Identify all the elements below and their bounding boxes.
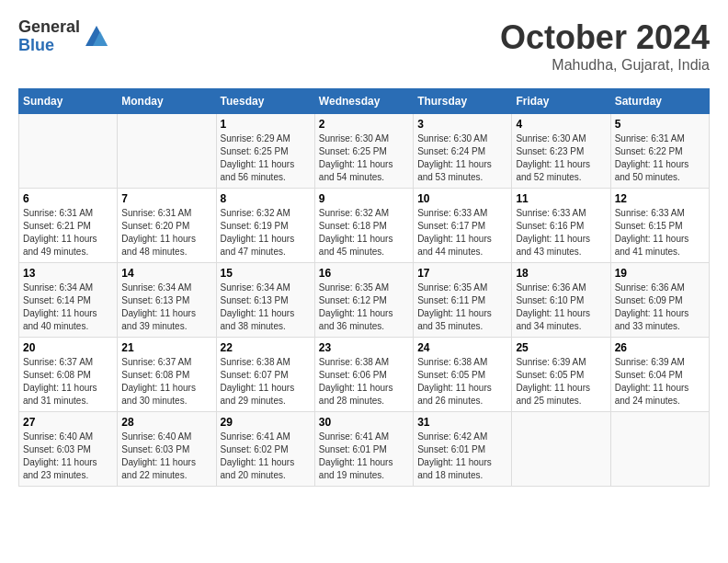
calendar-cell: 2Sunrise: 6:30 AMSunset: 6:25 PMDaylight…	[314, 114, 413, 189]
calendar-cell: 28Sunrise: 6:40 AMSunset: 6:03 PMDayligh…	[118, 412, 216, 487]
day-info: Sunrise: 6:38 AMSunset: 6:07 PMDaylight:…	[221, 356, 311, 408]
day-info: Sunrise: 6:42 AMSunset: 6:01 PMDaylight:…	[417, 431, 507, 482]
day-info: Sunrise: 6:41 AMSunset: 6:01 PMDaylight:…	[319, 431, 409, 482]
calendar-cell: 26Sunrise: 6:39 AMSunset: 6:04 PMDayligh…	[610, 338, 709, 412]
calendar-cell: 3Sunrise: 6:30 AMSunset: 6:24 PMDaylight…	[414, 114, 512, 189]
calendar-cell: 21Sunrise: 6:37 AMSunset: 6:08 PMDayligh…	[118, 338, 216, 412]
page-header: General Blue October 2024 Mahudha, Gujar…	[18, 18, 710, 74]
day-info: Sunrise: 6:30 AMSunset: 6:24 PMDaylight:…	[417, 132, 507, 184]
day-number: 28	[121, 416, 211, 429]
day-number: 30	[319, 416, 409, 429]
day-number: 12	[615, 192, 705, 205]
day-info: Sunrise: 6:34 AMSunset: 6:13 PMDaylight:…	[221, 282, 311, 333]
day-number: 17	[417, 267, 507, 280]
calendar-cell: 1Sunrise: 6:29 AMSunset: 6:25 PMDaylight…	[216, 114, 314, 189]
day-info: Sunrise: 6:39 AMSunset: 6:04 PMDaylight:…	[615, 356, 705, 408]
day-info: Sunrise: 6:36 AMSunset: 6:09 PMDaylight:…	[615, 282, 705, 333]
day-info: Sunrise: 6:33 AMSunset: 6:15 PMDaylight:…	[615, 207, 705, 259]
day-number: 11	[516, 192, 606, 205]
day-info: Sunrise: 6:37 AMSunset: 6:08 PMDaylight:…	[23, 356, 113, 408]
day-number: 23	[319, 341, 409, 354]
day-number: 19	[615, 267, 705, 280]
calendar-cell: 16Sunrise: 6:35 AMSunset: 6:12 PMDayligh…	[314, 263, 413, 338]
calendar-cell: 11Sunrise: 6:33 AMSunset: 6:16 PMDayligh…	[512, 189, 610, 263]
logo-general-text: General	[18, 18, 80, 37]
calendar-cell	[512, 412, 610, 487]
calendar-cell: 24Sunrise: 6:38 AMSunset: 6:05 PMDayligh…	[414, 338, 512, 412]
weekday-header-tuesday: Tuesday	[216, 89, 314, 114]
weekday-header-saturday: Saturday	[610, 89, 709, 114]
calendar-cell: 31Sunrise: 6:42 AMSunset: 6:01 PMDayligh…	[414, 412, 512, 487]
calendar-cell: 12Sunrise: 6:33 AMSunset: 6:15 PMDayligh…	[610, 189, 709, 263]
calendar-cell: 9Sunrise: 6:32 AMSunset: 6:18 PMDaylight…	[314, 189, 413, 263]
day-number: 7	[121, 192, 211, 205]
day-info: Sunrise: 6:41 AMSunset: 6:02 PMDaylight:…	[221, 431, 311, 482]
calendar-cell: 29Sunrise: 6:41 AMSunset: 6:02 PMDayligh…	[216, 412, 314, 487]
calendar-cell: 23Sunrise: 6:38 AMSunset: 6:06 PMDayligh…	[314, 338, 413, 412]
calendar-cell	[118, 114, 216, 189]
calendar-cell: 10Sunrise: 6:33 AMSunset: 6:17 PMDayligh…	[414, 189, 512, 263]
day-number: 22	[221, 341, 311, 354]
day-number: 2	[319, 118, 409, 131]
calendar-cell: 19Sunrise: 6:36 AMSunset: 6:09 PMDayligh…	[610, 263, 709, 338]
day-number: 20	[23, 341, 113, 354]
day-number: 15	[221, 267, 311, 280]
day-info: Sunrise: 6:38 AMSunset: 6:05 PMDaylight:…	[417, 356, 507, 408]
weekday-header-monday: Monday	[118, 89, 216, 114]
day-info: Sunrise: 6:32 AMSunset: 6:18 PMDaylight:…	[319, 207, 409, 259]
calendar-cell: 22Sunrise: 6:38 AMSunset: 6:07 PMDayligh…	[216, 338, 314, 412]
day-info: Sunrise: 6:37 AMSunset: 6:08 PMDaylight:…	[121, 356, 211, 408]
day-info: Sunrise: 6:31 AMSunset: 6:22 PMDaylight:…	[615, 132, 705, 184]
day-number: 6	[23, 192, 113, 205]
calendar-cell: 7Sunrise: 6:31 AMSunset: 6:20 PMDaylight…	[118, 189, 216, 263]
logo-icon	[84, 24, 109, 50]
day-info: Sunrise: 6:30 AMSunset: 6:25 PMDaylight:…	[319, 132, 409, 184]
day-info: Sunrise: 6:39 AMSunset: 6:05 PMDaylight:…	[516, 356, 606, 408]
calendar-cell: 14Sunrise: 6:34 AMSunset: 6:13 PMDayligh…	[118, 263, 216, 338]
calendar-cell: 20Sunrise: 6:37 AMSunset: 6:08 PMDayligh…	[19, 338, 118, 412]
day-info: Sunrise: 6:33 AMSunset: 6:16 PMDaylight:…	[516, 207, 606, 259]
day-info: Sunrise: 6:40 AMSunset: 6:03 PMDaylight:…	[121, 431, 211, 482]
calendar-cell: 8Sunrise: 6:32 AMSunset: 6:19 PMDaylight…	[216, 189, 314, 263]
calendar-cell: 27Sunrise: 6:40 AMSunset: 6:03 PMDayligh…	[19, 412, 118, 487]
day-info: Sunrise: 6:31 AMSunset: 6:21 PMDaylight:…	[23, 207, 113, 259]
logo: General Blue	[18, 18, 109, 55]
day-info: Sunrise: 6:38 AMSunset: 6:06 PMDaylight:…	[319, 356, 409, 408]
weekday-header-thursday: Thursday	[414, 89, 512, 114]
calendar-cell: 4Sunrise: 6:30 AMSunset: 6:23 PMDaylight…	[512, 114, 610, 189]
day-number: 31	[417, 416, 507, 429]
day-info: Sunrise: 6:31 AMSunset: 6:20 PMDaylight:…	[121, 207, 211, 259]
day-number: 8	[221, 192, 311, 205]
day-info: Sunrise: 6:36 AMSunset: 6:10 PMDaylight:…	[516, 282, 606, 333]
calendar-week-5: 27Sunrise: 6:40 AMSunset: 6:03 PMDayligh…	[19, 412, 710, 487]
day-number: 26	[615, 341, 705, 354]
month-title: October 2024	[500, 18, 710, 57]
day-number: 29	[221, 416, 311, 429]
calendar-cell: 6Sunrise: 6:31 AMSunset: 6:21 PMDaylight…	[19, 189, 118, 263]
day-number: 16	[319, 267, 409, 280]
calendar-header: SundayMondayTuesdayWednesdayThursdayFrid…	[19, 89, 710, 114]
calendar-cell: 30Sunrise: 6:41 AMSunset: 6:01 PMDayligh…	[314, 412, 413, 487]
day-number: 27	[23, 416, 113, 429]
day-info: Sunrise: 6:40 AMSunset: 6:03 PMDaylight:…	[23, 431, 113, 482]
day-info: Sunrise: 6:29 AMSunset: 6:25 PMDaylight:…	[221, 132, 311, 184]
weekday-header-sunday: Sunday	[19, 89, 118, 114]
day-number: 10	[417, 192, 507, 205]
location-title: Mahudha, Gujarat, India	[500, 57, 710, 74]
calendar-week-2: 6Sunrise: 6:31 AMSunset: 6:21 PMDaylight…	[19, 189, 710, 263]
day-number: 1	[221, 118, 311, 131]
day-info: Sunrise: 6:30 AMSunset: 6:23 PMDaylight:…	[516, 132, 606, 184]
calendar-cell: 17Sunrise: 6:35 AMSunset: 6:11 PMDayligh…	[414, 263, 512, 338]
calendar-cell: 13Sunrise: 6:34 AMSunset: 6:14 PMDayligh…	[19, 263, 118, 338]
calendar-week-4: 20Sunrise: 6:37 AMSunset: 6:08 PMDayligh…	[19, 338, 710, 412]
day-info: Sunrise: 6:34 AMSunset: 6:13 PMDaylight:…	[121, 282, 211, 333]
logo-blue-text: Blue	[18, 37, 80, 55]
calendar-cell: 25Sunrise: 6:39 AMSunset: 6:05 PMDayligh…	[512, 338, 610, 412]
day-number: 5	[615, 118, 705, 131]
day-number: 24	[417, 341, 507, 354]
weekday-header-row: SundayMondayTuesdayWednesdayThursdayFrid…	[19, 89, 710, 114]
calendar-cell: 5Sunrise: 6:31 AMSunset: 6:22 PMDaylight…	[610, 114, 709, 189]
day-number: 14	[121, 267, 211, 280]
day-number: 18	[516, 267, 606, 280]
day-number: 21	[121, 341, 211, 354]
